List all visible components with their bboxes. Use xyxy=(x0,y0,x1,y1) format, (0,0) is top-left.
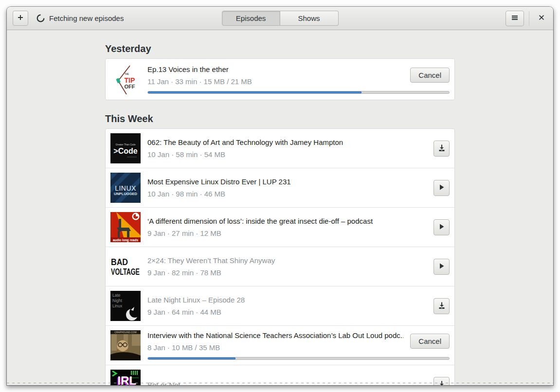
episode-meta: 10 Jan · 98 min · 46 MB xyxy=(147,190,427,198)
podcast-artwork-linux-unplugged: LINUX UNPLUGGED xyxy=(110,173,141,203)
episode-row: Late Night Linux Late Night Linux – Epis… xyxy=(106,286,454,325)
podcast-artwork-bad-voltage: BAD VOLTAGE xyxy=(110,251,141,282)
episode-row: audio long reads ‘A different dimension … xyxy=(106,207,454,247)
download-icon xyxy=(438,144,446,153)
episode-title: ‘A different dimension of loss’: inside … xyxy=(147,217,427,225)
episodes-card: THE TIP OFF Ep.13 Voices in the ether 11… xyxy=(105,58,455,100)
episode-meta: 11 Jan · 33 min · 15 MB / 21 MB xyxy=(147,77,403,86)
svg-text:THE: THE xyxy=(125,73,129,75)
episode-row: THE TIP OFF Ep.13 Voices in the ether 11… xyxy=(106,59,454,100)
episode-title: Most Expensive Linux Distro Ever | LUP 2… xyxy=(147,178,427,186)
cancel-download-button[interactable]: Cancel xyxy=(410,68,450,83)
download-icon xyxy=(438,302,446,311)
svg-text:IRL: IRL xyxy=(118,374,137,386)
episode-title: 2×24: They Weren’t That Shiny Anyway xyxy=(147,256,427,265)
episode-body: 2×24: They Weren’t That Shiny Anyway 9 J… xyxy=(147,256,450,277)
svg-text:UNPLUGGED: UNPLUGGED xyxy=(114,192,138,196)
episode-row: IRL IRL Bot or Not xyxy=(106,365,454,385)
svg-text:VOLTAGE: VOLTAGE xyxy=(111,267,140,277)
view-switcher: Episodes Shows xyxy=(222,11,339,26)
episodes-list: Yesterday THE TIP OFF Ep.13 Voices in th… xyxy=(105,43,455,385)
play-episode-button[interactable] xyxy=(434,180,450,196)
play-episode-button[interactable] xyxy=(434,259,450,275)
svg-text:CRAPHOUND.COM: CRAPHOUND.COM xyxy=(114,331,136,334)
episode-title: Late Night Linux – Episode 28 xyxy=(147,296,427,304)
episode-row: LINUX UNPLUGGED Most Expensive Linux Dis… xyxy=(106,168,454,207)
svg-text:Greater Than Code: Greater Than Code xyxy=(115,143,136,146)
episode-title: Ep.13 Voices in the ether xyxy=(147,65,403,73)
header-separator xyxy=(529,11,529,26)
episode-body: Ep.13 Voices in the ether 11 Jan · 33 mi… xyxy=(147,65,450,94)
svg-text:LINUX: LINUX xyxy=(115,184,136,192)
scroll-undershoot-indicator xyxy=(7,383,553,383)
svg-text:Night: Night xyxy=(112,298,122,303)
download-episode-button[interactable] xyxy=(434,141,450,157)
download-episode-button[interactable] xyxy=(434,377,450,386)
svg-text:TIP: TIP xyxy=(125,76,135,84)
podcast-artwork-greater-than-code: Greater Than Code >Code xyxy=(110,133,141,163)
episodes-card: Greater Than Code >Code 062: The Beauty … xyxy=(105,128,455,385)
episode-title: 062: The Beauty of Art and Technology wi… xyxy=(147,138,427,146)
tab-episodes[interactable]: Episodes xyxy=(222,11,280,26)
play-icon xyxy=(438,223,446,232)
play-icon xyxy=(438,262,446,271)
cancel-download-button[interactable]: Cancel xyxy=(410,334,450,349)
episode-row: BAD VOLTAGE 2×24: They Weren’t That Shin… xyxy=(106,247,454,286)
section-heading: Yesterday xyxy=(105,43,455,54)
episode-body: ‘A different dimension of loss’: inside … xyxy=(147,217,450,237)
window-close-icon xyxy=(538,14,545,22)
add-podcast-button[interactable] xyxy=(13,11,28,26)
menu-button[interactable] xyxy=(506,11,524,26)
spinner-icon xyxy=(36,14,45,22)
episode-meta: 9 Jan · 27 min · 12 MB xyxy=(147,229,427,237)
svg-text:Late: Late xyxy=(112,293,121,298)
svg-text:>Code: >Code xyxy=(113,147,137,155)
status-text: Fetching new episodes xyxy=(49,14,124,22)
episode-meta: 9 Jan · 82 min · 78 MB xyxy=(147,268,427,277)
podcast-artwork-late-night-linux: Late Night Linux xyxy=(110,291,141,321)
download-progress-bar xyxy=(147,91,450,94)
episodes-scroll-area[interactable]: Yesterday THE TIP OFF Ep.13 Voices in th… xyxy=(7,30,553,385)
episode-meta: 9 Jan · 64 min · 44 MB xyxy=(147,308,427,316)
svg-text:audio long reads: audio long reads xyxy=(113,238,138,242)
episode-body: Most Expensive Linux Distro Ever | LUP 2… xyxy=(147,178,450,198)
episode-body: Late Night Linux – Episode 28 9 Jan · 64… xyxy=(147,296,450,316)
play-icon xyxy=(438,183,446,193)
hamburger-menu-icon xyxy=(511,14,519,23)
svg-text:BAD: BAD xyxy=(111,257,128,267)
episode-body: 062: The Beauty of Art and Technology wi… xyxy=(147,138,450,159)
download-progress-bar xyxy=(147,357,450,360)
episode-meta: 10 Jan · 58 min · 54 MB xyxy=(147,150,427,159)
plus-icon xyxy=(17,14,24,23)
episode-meta: 8 Jan · 10 MB / 35 MB xyxy=(147,343,403,352)
download-episode-button[interactable] xyxy=(434,298,450,314)
app-window: Fetching new episodes Episodes Shows Yes… xyxy=(7,7,553,385)
progress-fill xyxy=(148,357,235,359)
tab-shows[interactable]: Shows xyxy=(280,11,339,26)
episode-row: Greater Than Code >Code 062: The Beauty … xyxy=(106,129,454,168)
episode-row: CRAPHOUND.COM Interview with the Nationa… xyxy=(106,325,454,365)
header-right-controls xyxy=(506,11,549,26)
podcast-artwork-the-tip-off: THE TIP OFF xyxy=(110,64,141,94)
section-heading: This Week xyxy=(105,113,455,125)
svg-text:OFF: OFF xyxy=(125,84,135,89)
podcast-artwork-audio-long-reads: audio long reads xyxy=(110,212,141,242)
podcast-artwork-craphound: CRAPHOUND.COM xyxy=(110,330,141,360)
progress-fill xyxy=(148,91,361,93)
headerbar: Fetching new episodes Episodes Shows xyxy=(7,7,553,30)
svg-text:Linux: Linux xyxy=(112,303,123,308)
close-button[interactable] xyxy=(534,11,549,26)
episode-title: Interview with the National Science Teac… xyxy=(147,331,403,339)
episode-body: Bot or Not xyxy=(147,377,450,386)
episode-body: Interview with the National Science Teac… xyxy=(147,331,450,360)
play-episode-button[interactable] xyxy=(434,219,450,235)
